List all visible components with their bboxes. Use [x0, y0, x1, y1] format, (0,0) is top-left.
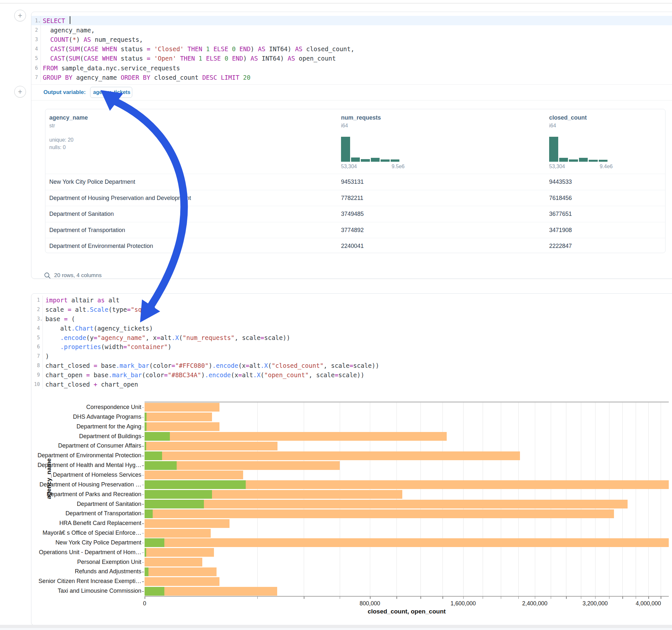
- code-line[interactable]: 10chart_closed + chart_open: [31, 380, 672, 389]
- code-token: GROUP BY: [43, 74, 73, 81]
- gridline: [463, 403, 463, 596]
- code-token: (: [179, 334, 183, 341]
- code-line-text: CAST(SUM(CASE WHEN status = 'Open' THEN …: [41, 54, 672, 63]
- code-line-text: base = (: [43, 314, 672, 324]
- code-line-text: CAST(SUM(CASE WHEN status = 'Closed' THE…: [41, 44, 672, 54]
- code-token: ELSE: [213, 45, 228, 52]
- code-token: =: [171, 362, 175, 369]
- column-header[interactable]: agency_namestrunique: 20nulls: 0: [49, 109, 88, 174]
- code-line[interactable]: 3⌄base = (: [31, 314, 672, 324]
- code-line[interactable]: 5 .encode(y="agency_name", x=alt.X("num_…: [31, 333, 672, 342]
- table-row[interactable]: Department of Environmental Protection22…: [45, 238, 665, 253]
- gridline: [622, 403, 623, 596]
- column-histogram: [549, 137, 609, 162]
- table-row[interactable]: New York City Police Department945313194…: [45, 174, 665, 190]
- x-axis-tick: [257, 597, 258, 599]
- code-line[interactable]: 6FROM sample_data.nyc.service_requests: [31, 63, 672, 73]
- code-token: alt: [242, 371, 253, 379]
- output-variable-value: agency_tickets: [93, 90, 130, 95]
- histogram-min-label: 53,304: [341, 164, 357, 169]
- gridline: [535, 403, 535, 596]
- code-token: "num_requests": [183, 334, 234, 341]
- y-axis-tick: [142, 465, 144, 466]
- output-variable-pill[interactable]: agency_tickets: [90, 87, 132, 98]
- gridline: [483, 403, 483, 596]
- cell-num-requests: 3749485: [341, 211, 364, 217]
- code-token: AS: [250, 55, 258, 62]
- chart-x-axis-title: closed_count, open_count: [145, 608, 669, 615]
- gridline: [304, 403, 304, 596]
- code-token: =: [146, 55, 150, 62]
- table-row[interactable]: Department of Transportation377489234719…: [45, 222, 665, 238]
- code-line[interactable]: 7): [31, 352, 672, 361]
- chart-y-axis-labels: Correspondence UnitDHS Advantage Program…: [0, 403, 141, 596]
- y-axis-label: Correspondence Unit: [0, 403, 141, 412]
- code-line[interactable]: 3 COUNT(*) AS num_requests,: [31, 35, 672, 44]
- python-code-editor[interactable]: 1import altair as alt2scale = alt.Scale(…: [31, 295, 672, 389]
- add-cell-button-output[interactable]: +: [14, 86, 26, 98]
- table-row[interactable]: Department of Sanitation37494853677651: [45, 206, 665, 222]
- code-line-text: COUNT(*) AS num_requests,: [41, 35, 672, 44]
- code-token: status: [117, 45, 147, 52]
- code-line[interactable]: 7GROUP BY agency_name ORDER BY closed_co…: [31, 73, 672, 82]
- bar-chart-plot: [145, 403, 669, 596]
- fold-chevron-icon[interactable]: ⌄: [40, 318, 43, 321]
- code-line[interactable]: 2scale = alt.Scale(type="sqrt"): [31, 305, 672, 314]
- code-token: CASE: [83, 55, 99, 62]
- x-axis-tick: [397, 597, 397, 599]
- output-variable-row: Output variable: agency_tickets: [44, 85, 132, 99]
- code-token: chart_closed: [45, 362, 94, 369]
- code-token: [184, 45, 187, 52]
- fold-chevron-icon[interactable]: ⌄: [38, 20, 41, 23]
- y-axis-tick: [142, 494, 144, 495]
- line-number: 2: [31, 27, 38, 33]
- code-line[interactable]: 6 .properties(width="container"): [31, 342, 672, 352]
- code-line[interactable]: 4 CAST(SUM(CASE WHEN status = 'Closed' T…: [31, 44, 672, 54]
- code-token: , scale: [323, 362, 350, 369]
- y-axis-label: Department of Environmental Protection: [0, 451, 141, 461]
- text-caret: [70, 16, 70, 24]
- code-token: .properties: [60, 343, 101, 350]
- code-token: END: [240, 45, 250, 52]
- line-number: 2: [31, 307, 40, 312]
- code-token: (: [65, 55, 69, 62]
- code-token: (: [65, 45, 69, 52]
- code-token: closed_count,: [303, 45, 354, 52]
- histogram-bar: [589, 160, 598, 162]
- code-line[interactable]: 1import altair as alt: [31, 295, 672, 305]
- code-token: ): [45, 353, 49, 360]
- column-stat: nulls: 0: [49, 145, 88, 150]
- x-axis-tick: [421, 597, 421, 599]
- code-line-text: chart_closed + chart_open: [43, 380, 672, 389]
- code-token: .encode: [212, 362, 238, 369]
- y-axis-label: Operations Unit - Department of Hom…: [0, 548, 141, 557]
- cell-num-requests: 2240041: [341, 243, 364, 249]
- code-token: CAST: [50, 45, 65, 52]
- y-axis-label: New York City Police Department: [0, 538, 141, 548]
- sql-code-editor[interactable]: 1⌄SELECT 2 agency_name,3 COUNT(*) AS num…: [31, 16, 672, 82]
- code-line[interactable]: 8chart_closed = base.mark_bar(color="#FF…: [31, 361, 672, 370]
- code-line[interactable]: 5 CAST(SUM(CASE WHEN status = 'Open' THE…: [31, 54, 672, 63]
- histogram-bar: [351, 158, 360, 162]
- add-cell-button-top[interactable]: +: [14, 10, 26, 21]
- code-token: "agency_name": [97, 334, 146, 341]
- search-icon[interactable]: [44, 272, 51, 279]
- code-token: [43, 45, 50, 52]
- table-row[interactable]: Department of Housing Preservation and D…: [45, 190, 665, 206]
- code-token: INT64): [258, 55, 288, 62]
- code-line[interactable]: 4 alt.Chart(agency_tickets): [31, 323, 672, 333]
- code-token: =: [157, 334, 160, 341]
- code-token: =: [127, 306, 130, 313]
- code-line[interactable]: 2 agency_name,: [31, 25, 672, 35]
- code-token: .X: [261, 362, 268, 369]
- next-cell-edge: [0, 628, 672, 630]
- code-line[interactable]: 9chart_open = base.mark_bar(color="#8BC3…: [31, 370, 672, 380]
- code-token: scale)): [353, 362, 379, 369]
- y-axis-label: Department of Transportation: [0, 509, 141, 518]
- column-stat: unique: 20: [49, 137, 88, 143]
- cell-agency-name: Department of Housing Preservation and D…: [49, 194, 191, 201]
- bar-closed-count: [145, 558, 202, 566]
- code-line-text: chart_open = base.mark_bar(color="#8BC34…: [43, 370, 672, 380]
- code-line[interactable]: 1⌄SELECT: [31, 16, 672, 25]
- histogram-max-label: 9.4e6: [600, 164, 613, 169]
